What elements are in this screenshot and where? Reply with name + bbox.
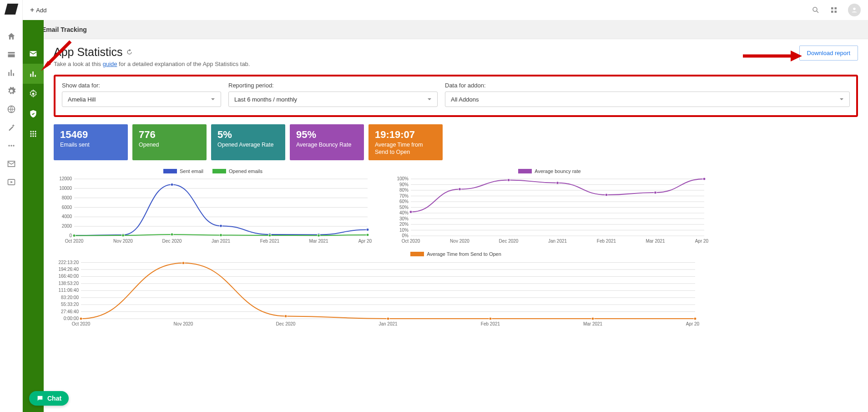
sidebar-mail[interactable] [23,44,44,64]
svg-point-91 [556,182,559,184]
metric-label: Average Bouncy Rate [296,142,358,149]
svg-text:Jan 2021: Jan 2021 [548,239,567,244]
svg-text:12000: 12000 [59,177,72,181]
svg-text:Feb 2021: Feb 2021 [481,321,500,326]
apps-grid-icon[interactable] [830,6,838,14]
chevron-down-icon [211,97,215,102]
svg-point-10 [853,8,855,10]
svg-point-21 [35,135,36,137]
app-header: Email Tracking [23,20,868,39]
chart-bouncy: Average bouncy rate 0%10%20%30%40%50%60%… [390,168,709,247]
filter-addon-select[interactable]: All Addons [445,92,850,107]
svg-point-94 [703,178,706,180]
svg-point-17 [32,133,34,134]
svg-text:Oct 2020: Oct 2020 [65,239,84,244]
metric-value: 19:19:07 [375,129,436,141]
svg-text:Dec 2020: Dec 2020 [499,239,519,244]
svg-point-48 [220,224,222,227]
search-icon[interactable] [812,6,820,14]
svg-point-15 [35,131,36,132]
svg-text:50%: 50% [399,205,409,210]
metric-value: 776 [139,129,200,141]
metric-label: Emails sent [60,142,121,149]
svg-point-124 [489,317,492,320]
svg-text:Mar 2021: Mar 2021 [309,239,328,244]
metric-card: 19:19:07Average Time from Send to Open [368,124,443,160]
refresh-icon[interactable] [126,49,133,56]
metric-cards: 15469Emails sent776Opened5%Opened Averag… [54,124,858,160]
svg-text:111:06:40: 111:06:40 [59,288,79,293]
brand-logo[interactable] [4,4,18,15]
svg-text:Oct 2020: Oct 2020 [72,321,91,326]
filter-period-select[interactable]: Last 6 months / monthly [228,92,438,107]
svg-text:222:13:20: 222:13:20 [59,260,79,265]
metric-card: 5%Opened Average Rate [211,124,285,160]
page-title: App Statistics [54,46,250,59]
svg-text:30%: 30% [399,216,409,221]
filter-show-label: Show data for: [62,82,221,89]
module-sidebar [23,20,44,412]
svg-point-12 [32,93,35,95]
svg-text:40%: 40% [399,210,409,215]
svg-point-126 [694,317,696,320]
guide-link[interactable]: guide [103,61,117,67]
svg-text:90%: 90% [399,182,409,187]
svg-point-13 [30,131,31,132]
sidebar-apps[interactable] [23,124,44,144]
stats-icon[interactable] [7,68,16,77]
add-button[interactable]: +Add [30,6,46,14]
chart-emails: Sent emailOpened emails 0200040006000800… [54,168,372,247]
svg-point-1 [8,145,10,146]
shield-icon [29,109,38,118]
metric-label: Opened Average Rate [217,142,279,149]
svg-text:6000: 6000 [62,205,72,210]
svg-point-56 [268,234,271,237]
sidebar-shield[interactable] [23,104,44,124]
envelope-icon [29,49,38,58]
filters-panel: Show data for: Amelia Hill Reporting per… [54,75,858,117]
chart-avg-time: Average Time from Send to Open 0:00:0027… [54,251,858,330]
page-subtitle: Take a look at this guide for a detailed… [54,61,250,67]
svg-point-2 [10,145,12,146]
metric-value: 95% [296,129,358,141]
svg-text:Dec 2020: Dec 2020 [276,321,296,326]
user-avatar[interactable] [848,4,861,16]
svg-rect-6 [831,7,833,10]
globe-icon[interactable] [7,105,16,114]
svg-point-52 [73,234,76,237]
svg-text:Nov 2020: Nov 2020 [450,239,469,244]
svg-point-14 [32,131,34,132]
app-rail [0,0,23,412]
chat-icon [36,395,44,402]
chat-widget[interactable]: Chat [29,391,69,406]
svg-text:27:46:40: 27:46:40 [61,309,79,314]
gear-icon[interactable] [7,86,16,96]
svg-text:60%: 60% [399,199,409,204]
svg-point-123 [387,317,389,320]
download-report-button[interactable]: Download report [799,46,858,61]
metric-label: Opened [139,142,200,149]
top-bar: +Add [23,0,868,20]
inbox-icon[interactable] [7,50,16,59]
svg-text:20%: 20% [399,222,409,227]
svg-text:Jan 2021: Jan 2021 [212,239,231,244]
svg-text:10000: 10000 [59,186,72,191]
svg-point-57 [318,234,320,237]
svg-text:10%: 10% [399,228,409,233]
cog-icon [29,89,38,98]
svg-point-90 [507,179,510,182]
sidebar-stats[interactable] [23,64,44,84]
sidebar-settings[interactable] [23,84,44,104]
svg-rect-9 [835,11,837,13]
svg-text:194:26:40: 194:26:40 [59,267,79,272]
play-icon[interactable] [7,178,16,187]
svg-text:Mar 2021: Mar 2021 [646,239,665,244]
mail-icon[interactable] [7,159,16,168]
svg-point-88 [409,211,412,214]
wand-icon[interactable] [7,123,16,132]
filter-show-select[interactable]: Amelia Hill [62,92,221,107]
svg-point-16 [30,133,31,134]
dots-icon[interactable] [7,141,16,150]
home-icon[interactable] [7,32,16,41]
svg-text:Dec 2020: Dec 2020 [162,239,182,244]
